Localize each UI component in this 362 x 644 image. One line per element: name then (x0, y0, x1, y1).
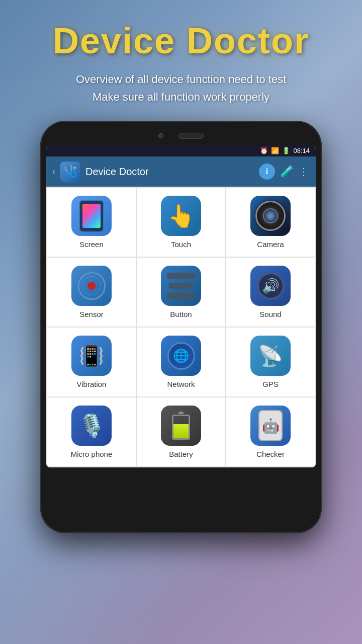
feature-grid: Screen 👆 Touch Camera (46, 187, 316, 467)
checker-icon-bg: 🤖 (250, 406, 291, 446)
touch-label: Touch (171, 240, 191, 249)
subtitle-line1: Overview of all device function need to … (76, 73, 286, 86)
phone-top-bar (46, 131, 316, 141)
feature-vibration[interactable]: 📳 Vibration (47, 328, 136, 396)
subtitle-line2: Make sure all function work properly (93, 91, 269, 103)
sound-speaker-icon: 🔊 (257, 272, 285, 300)
screen-phone-icon (79, 200, 104, 232)
status-time: 08:14 (293, 147, 310, 154)
alarm-icon: ⏰ (260, 147, 268, 154)
network-icon-bg: 🌐 (161, 336, 201, 376)
battery-body (172, 415, 190, 440)
feature-sensor[interactable]: Sensor (47, 258, 136, 327)
microphone-label: Micro phone (71, 450, 113, 458)
sensor-circle-icon (78, 272, 106, 300)
button-bar-3 (167, 293, 195, 299)
feature-button[interactable]: Button (137, 258, 225, 327)
gps-location-icon: 📡 (258, 344, 283, 368)
button-bars-icon (167, 273, 195, 299)
gps-icon-bg: 📡 (250, 336, 291, 376)
battery-label: Battery (169, 450, 193, 458)
mic-emoji-icon: 🎙️ (78, 413, 106, 439)
network-globe-icon: 🌐 (167, 342, 195, 370)
screen-icon-bg (71, 196, 112, 236)
camera-lens-icon (255, 201, 286, 231)
network-label: Network (167, 380, 195, 388)
toolbar-title: Device Doctor (85, 166, 254, 178)
app-icon: 🩺 (60, 162, 80, 182)
front-camera (158, 133, 163, 138)
feature-screen[interactable]: Screen (47, 188, 136, 257)
touch-hand-icon: 👆 (167, 203, 195, 229)
checker-phone-icon: 🤖 (258, 410, 283, 441)
button-bar-2 (169, 283, 193, 289)
camera-icon-bg (250, 196, 291, 236)
sensor-icon-bg (71, 266, 112, 306)
sound-icon-bg: 🔊 (250, 266, 291, 306)
feature-touch[interactable]: 👆 Touch (137, 188, 225, 257)
flask-icon[interactable]: 🧪 (280, 165, 294, 178)
status-bar: ⏰ 📶 🔋 08:14 (46, 145, 316, 156)
feature-network[interactable]: 🌐 Network (137, 328, 225, 396)
battery-terminal (178, 412, 184, 414)
screen-display (82, 204, 101, 228)
feature-camera[interactable]: Camera (226, 188, 315, 257)
phone-mockup: ⏰ 📶 🔋 08:14 ‹ 🩺 Device Doctor i 🧪 ⋮ (40, 121, 322, 533)
battery-container (172, 412, 190, 440)
touch-icon-bg: 👆 (161, 196, 201, 236)
camera-label: Camera (257, 240, 284, 249)
vibration-label: Vibration (77, 380, 107, 388)
battery-icon-bg (161, 406, 201, 446)
button-icon-bg (161, 266, 201, 306)
feature-microphone[interactable]: 🎙️ Micro phone (47, 397, 136, 466)
microphone-icon-bg: 🎙️ (71, 406, 112, 446)
checker-label: Checker (256, 450, 285, 458)
feature-battery[interactable]: Battery (137, 397, 225, 466)
back-button[interactable]: ‹ (52, 167, 55, 177)
feature-checker[interactable]: 🤖 Checker (226, 397, 315, 466)
button-bar-1 (167, 273, 195, 279)
earpiece-speaker (178, 133, 204, 139)
more-options-button[interactable]: ⋮ (299, 166, 310, 178)
signal-icon: 📶 (271, 147, 279, 154)
app-toolbar: ‹ 🩺 Device Doctor i 🧪 ⋮ (46, 156, 316, 187)
gps-label: GPS (262, 380, 279, 388)
button-label: Button (170, 310, 192, 318)
feature-sound[interactable]: 🔊 Sound (226, 258, 315, 327)
battery-icon: 🔋 (282, 147, 290, 154)
info-button[interactable]: i (259, 164, 275, 180)
battery-fill (173, 424, 189, 439)
camera-lens-inner (263, 208, 278, 223)
page-content: Device Doctor Overview of all device fun… (0, 0, 362, 644)
sensor-label: Sensor (79, 310, 104, 318)
app-subtitle: Overview of all device function need to … (61, 70, 301, 106)
feature-gps[interactable]: 📡 GPS (226, 328, 315, 396)
app-title: Device Doctor (53, 20, 309, 61)
screen-label: Screen (79, 240, 104, 249)
sound-label: Sound (259, 310, 281, 318)
vibration-phone-icon: 📳 (79, 344, 104, 368)
phone-screen: ⏰ 📶 🔋 08:14 ‹ 🩺 Device Doctor i 🧪 ⋮ (46, 145, 316, 467)
vibration-icon-bg: 📳 (71, 336, 112, 376)
